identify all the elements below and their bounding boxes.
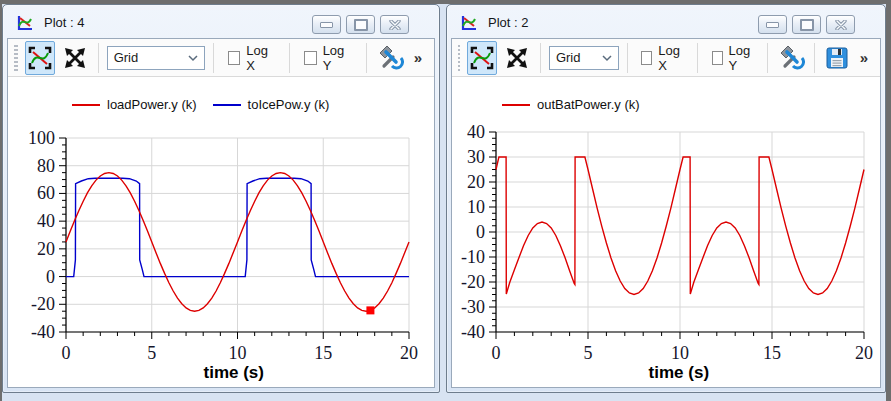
setup-button[interactable] xyxy=(776,41,806,75)
auto-scale-button[interactable] xyxy=(25,41,55,75)
y-tick-label: 60 xyxy=(37,183,55,203)
y-tick-label: 10 xyxy=(467,197,485,217)
maximize-icon xyxy=(354,19,368,31)
x-tick-label: 15 xyxy=(314,343,332,363)
legend: outBatPower.y (k) xyxy=(502,97,640,112)
logx-label: Log X xyxy=(658,43,683,73)
logy-label: Log Y xyxy=(323,43,352,73)
pan-icon xyxy=(61,44,89,72)
close-icon xyxy=(389,20,401,30)
x-tick-label: 20 xyxy=(855,343,873,363)
toolbar-overflow-button[interactable]: » xyxy=(410,49,426,66)
legend: loadPower.y (k)toIcePow.y (k) xyxy=(72,97,329,112)
window-title: Plot : 4 xyxy=(44,15,84,30)
logy-checkbox[interactable] xyxy=(712,51,723,65)
legend-label: outBatPower.y (k) xyxy=(537,97,640,112)
x-tick-label: 20 xyxy=(400,343,418,363)
y-tick-label: 30 xyxy=(467,147,485,167)
auto-scale-icon xyxy=(468,44,496,72)
y-tick-label: 40 xyxy=(467,122,485,142)
y-tick-label: -40 xyxy=(461,322,485,342)
y-tick-label: 80 xyxy=(37,156,55,176)
toolbar-separator xyxy=(213,43,214,73)
grid-combobox-value: Grid xyxy=(114,50,188,65)
x-axis-title: time (s) xyxy=(204,363,264,383)
x-axis-title: time (s) xyxy=(649,363,709,383)
maximize-button[interactable] xyxy=(346,15,375,34)
tools-icon xyxy=(777,44,805,72)
plot-region: -40-30-20-1001020304005101520 outBatPowe… xyxy=(452,77,880,387)
toolbar-grip[interactable] xyxy=(14,45,18,71)
minimize-button[interactable] xyxy=(758,15,787,34)
logx-label: Log X xyxy=(246,43,275,73)
legend-label: loadPower.y (k) xyxy=(107,97,197,112)
y-tick-label: 100 xyxy=(28,128,55,148)
toolbar-separator xyxy=(366,43,367,73)
y-tick-label: 40 xyxy=(37,211,55,231)
pan-icon xyxy=(503,44,531,72)
window-title: Plot : 2 xyxy=(488,15,528,30)
pan-button[interactable] xyxy=(60,41,90,75)
close-button[interactable] xyxy=(826,15,855,34)
plot-canvas[interactable]: -40-2002040608010005101520 xyxy=(8,77,435,388)
setup-button[interactable] xyxy=(375,41,405,75)
save-icon xyxy=(824,45,850,71)
y-tick-label: 0 xyxy=(476,222,485,242)
y-tick-label: -40 xyxy=(31,322,55,342)
window-content: Grid Log X Log Y xyxy=(7,38,435,388)
toolbar-separator xyxy=(540,43,541,73)
toolbar-separator xyxy=(627,43,628,73)
x-tick-label: 5 xyxy=(584,343,593,363)
x-tick-label: 0 xyxy=(62,343,71,363)
legend-item: outBatPower.y (k) xyxy=(502,97,640,112)
y-tick-label: -10 xyxy=(461,247,485,267)
close-icon xyxy=(835,20,847,30)
grid-combobox[interactable]: Grid xyxy=(549,46,619,70)
x-tick-label: 5 xyxy=(147,343,156,363)
legend-label: toIcePow.y (k) xyxy=(248,97,330,112)
y-tick-label: 20 xyxy=(467,172,485,192)
y-tick-label: 0 xyxy=(46,267,55,287)
y-tick-label: -20 xyxy=(461,272,485,292)
plot-window-2[interactable]: Plot : 2 xyxy=(446,4,886,393)
x-tick-label: 15 xyxy=(763,343,781,363)
logy-checkbox[interactable] xyxy=(304,51,316,65)
maximize-button[interactable] xyxy=(792,15,821,34)
toolbar-separator xyxy=(814,43,815,73)
window-content: Grid Log X Log Y xyxy=(451,38,881,388)
plot-app-icon xyxy=(15,13,35,33)
x-tick-label: 10 xyxy=(671,343,689,363)
toolbar-separator xyxy=(98,43,99,73)
toolbar-separator xyxy=(767,43,768,73)
maximize-icon xyxy=(800,19,814,31)
y-tick-label: -20 xyxy=(31,294,55,314)
plot-app-icon xyxy=(459,13,479,33)
grid-combobox[interactable]: Grid xyxy=(107,46,205,70)
save-button[interactable] xyxy=(823,41,851,75)
minimize-icon xyxy=(766,22,779,28)
tools-icon xyxy=(376,44,404,72)
logx-checkbox[interactable] xyxy=(641,51,652,65)
plot-window-4[interactable]: Plot : 4 xyxy=(2,4,440,393)
y-tick-label: 20 xyxy=(37,239,55,259)
plot-toolbar: Grid Log X Log Y xyxy=(452,39,880,77)
plot-canvas[interactable]: -40-30-20-1001020304005101520 xyxy=(452,77,881,388)
toolbar-separator xyxy=(697,43,698,73)
x-tick-label: 0 xyxy=(492,343,501,363)
titlebar[interactable]: Plot : 4 xyxy=(3,5,439,38)
legend-line xyxy=(213,104,241,106)
pan-button[interactable] xyxy=(502,41,532,75)
plot-toolbar: Grid Log X Log Y xyxy=(8,39,434,77)
minimize-button[interactable] xyxy=(312,15,341,34)
x-tick-label: 10 xyxy=(229,343,247,363)
logx-checkbox[interactable] xyxy=(228,51,240,65)
close-button[interactable] xyxy=(380,15,409,34)
toolbar-overflow-button[interactable]: » xyxy=(856,49,872,66)
titlebar[interactable]: Plot : 2 xyxy=(447,5,885,38)
toolbar-grip[interactable] xyxy=(458,45,460,71)
chevron-down-icon xyxy=(602,54,612,62)
minimize-icon xyxy=(320,22,333,28)
logy-label: Log Y xyxy=(729,43,754,73)
auto-scale-button[interactable] xyxy=(467,41,497,75)
series-marker xyxy=(366,306,374,314)
